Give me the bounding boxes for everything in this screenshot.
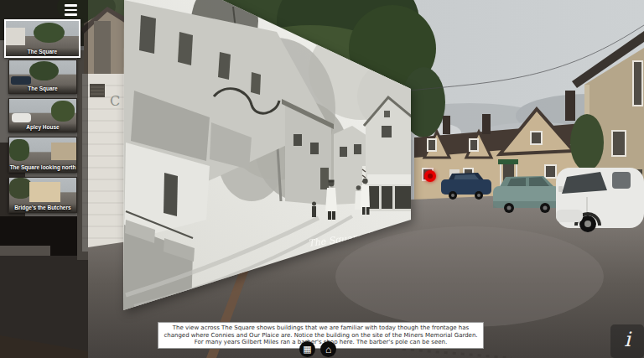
- info-button[interactable]: i: [610, 324, 644, 358]
- thumbnail-label: Apley House: [9, 123, 76, 132]
- sidebar-item-the-square-2[interactable]: The Square: [8, 60, 77, 94]
- caption-text: The view across The Square shows buildin…: [164, 324, 477, 345]
- info-icon: i: [624, 329, 631, 350]
- hotspot-marker[interactable]: [424, 170, 436, 182]
- thumbnail-label: The Square: [9, 85, 76, 93]
- thumbnail-label: The Square looking north: [9, 163, 76, 172]
- historic-photo-overlay: The Square. Timsbury: [0, 0, 644, 358]
- hamburger-icon: [65, 4, 77, 7]
- hamburger-icon: [65, 13, 77, 16]
- thumbnail-label: Bridge's the Butchers: [9, 204, 76, 212]
- gallery-button[interactable]: ▦: [299, 341, 315, 357]
- sidebar-item-bridges-the-butchers[interactable]: Bridge's the Butchers: [8, 177, 77, 213]
- home-icon: ⌂: [325, 344, 331, 354]
- sidebar-item-apley-house[interactable]: Apley House: [8, 98, 77, 132]
- sidebar-item-the-square-1[interactable]: The Square: [4, 19, 80, 58]
- gallery-grid-icon: ▦: [303, 345, 311, 354]
- thumbnail-label: The Square: [6, 48, 79, 56]
- panorama-viewer: C: [0, 0, 644, 358]
- menu-button[interactable]: [61, 2, 83, 18]
- sidebar-item-the-square-looking-north[interactable]: The Square looking north: [8, 137, 77, 173]
- thumbnail-sidebar: The Square The Square Apley House The Sq…: [0, 0, 88, 358]
- hamburger-icon: [65, 9, 77, 12]
- home-button[interactable]: ⌂: [320, 341, 336, 357]
